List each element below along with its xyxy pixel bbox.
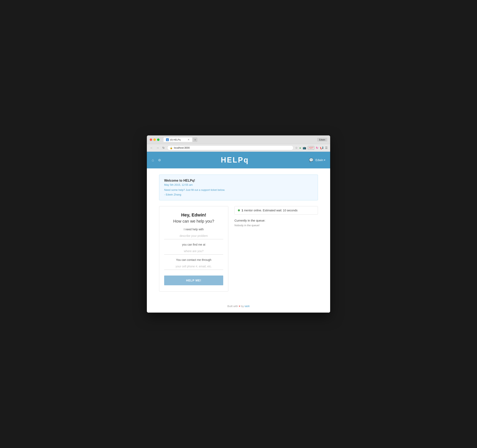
form-label-1: I need help with — [164, 228, 223, 231]
extension-icon-green[interactable]: ● — [299, 146, 301, 149]
speaker-icon[interactable]: 📢 — [320, 146, 323, 149]
app-header: ⌂ ⚙ HELPq 💬 Edwin ▾ — [147, 152, 330, 168]
profile-button[interactable]: Edwin — [317, 138, 327, 142]
form-label-3: You can contact me through — [164, 258, 223, 262]
tab-favicon: q — [166, 138, 169, 141]
header-content: ⌂ ⚙ HELPq 💬 Edwin ▾ — [147, 152, 330, 168]
welcome-card: Welcome to HELPq! May 5th 2015, 12:55 am… — [159, 174, 318, 200]
home-icon[interactable]: ⌂ — [152, 158, 154, 162]
browser-titlebar: q (0) HELPq ✕ + Edwin — [147, 135, 330, 144]
queue-panel: 1 mentor online. Estimated wait: 10 seco… — [234, 206, 318, 227]
form-label-2: you can find me at — [164, 243, 223, 246]
menu-icon[interactable]: ☰ — [325, 146, 328, 149]
help-greeting: Hey, Edwin! — [164, 212, 223, 218]
contact-input[interactable] — [164, 263, 223, 270]
help-me-button[interactable]: HELP ME! — [164, 275, 223, 285]
welcome-date: May 5th 2015, 12:55 am — [164, 183, 313, 186]
location-input[interactable] — [164, 248, 223, 255]
problem-input[interactable] — [164, 233, 223, 239]
minimize-button[interactable] — [153, 138, 156, 141]
share-icon[interactable]: ⚙ — [158, 158, 161, 162]
app-title: HELPq — [161, 156, 309, 164]
user-menu[interactable]: Edwin ▾ — [316, 158, 325, 162]
built-with-text: Built with — [227, 305, 238, 308]
help-form-card: Hey, Edwin! How can we help you? I need … — [159, 206, 228, 292]
url-text: localhost:3000 — [174, 146, 190, 149]
lab6-link[interactable]: lab6 — [244, 305, 250, 308]
app-footer: Built with ♥ by lab6 — [147, 300, 330, 313]
back-button[interactable]: ← — [149, 146, 154, 150]
toolbar-icons: ☆ ● 📺 ABP ↻ 📢 ☰ — [295, 146, 328, 150]
notification-icon[interactable]: 💬 — [309, 158, 313, 162]
cast-icon[interactable]: 📺 — [303, 146, 306, 149]
header-left: ⌂ ⚙ — [152, 158, 161, 162]
by-label: by — [241, 305, 244, 308]
browser-toolbar: ← → ↻ 🔒 localhost:3000 ☆ ● 📺 ABP ↻ 📢 ☰ — [147, 144, 330, 152]
chevron-down-icon: ▾ — [324, 159, 325, 161]
main-content: Welcome to HELPq! May 5th 2015, 12:55 am… — [147, 168, 330, 300]
browser-window: q (0) HELPq ✕ + Edwin ← → ↻ 🔒 localhost:… — [147, 135, 330, 313]
mentor-count: 1 — [242, 209, 243, 212]
tab-label: (0) HELPq — [170, 138, 180, 141]
queue-empty-text: Nobody in the queue! — [234, 224, 318, 227]
welcome-message: Need some help? Just fill out a support … — [164, 188, 313, 191]
user-name: Edwin — [316, 158, 323, 162]
browser-tab-bar: q (0) HELPq ✕ + — [164, 137, 315, 142]
reload-button[interactable]: ↻ — [161, 146, 166, 150]
browser-tab[interactable]: q (0) HELPq ✕ — [164, 137, 192, 142]
bookmark-icon[interactable]: ☆ — [295, 146, 298, 149]
forward-button[interactable]: → — [155, 146, 160, 150]
tab-close-button[interactable]: ✕ — [188, 138, 190, 141]
close-button[interactable] — [150, 138, 152, 141]
two-col-layout: Hey, Edwin! How can we help you? I need … — [159, 206, 318, 292]
help-subtitle: How can we help you? — [164, 219, 223, 224]
mentor-status-box: 1 mentor online. Estimated wait: 10 seco… — [234, 206, 318, 215]
mentor-online-text: mentor online. Estimated wait: — [244, 209, 282, 212]
refresh-icon[interactable]: ↻ — [316, 146, 318, 149]
lock-icon: 🔒 — [170, 147, 173, 149]
app-title-container: HELPq — [161, 156, 309, 164]
adblock-icon[interactable]: ABP — [308, 146, 314, 150]
wait-time-value: 10 seconds — [283, 209, 298, 212]
welcome-author: - Edwin Zhang — [164, 193, 313, 196]
heart-icon: ♥ — [239, 305, 240, 308]
app-content: ⌂ ⚙ HELPq 💬 Edwin ▾ Welcome to — [147, 152, 330, 313]
new-tab-button[interactable]: + — [193, 137, 197, 142]
online-status-dot — [238, 209, 240, 211]
welcome-title: Welcome to HELPq! — [164, 179, 313, 182]
traffic-lights — [150, 138, 160, 141]
mentor-status-text: 1 mentor online. Estimated wait: 10 seco… — [242, 209, 298, 212]
address-bar[interactable]: 🔒 localhost:3000 — [167, 145, 293, 150]
header-right: 💬 Edwin ▾ — [309, 158, 325, 162]
queue-title: Currently in the queue: — [234, 219, 318, 222]
maximize-button[interactable] — [157, 138, 160, 141]
